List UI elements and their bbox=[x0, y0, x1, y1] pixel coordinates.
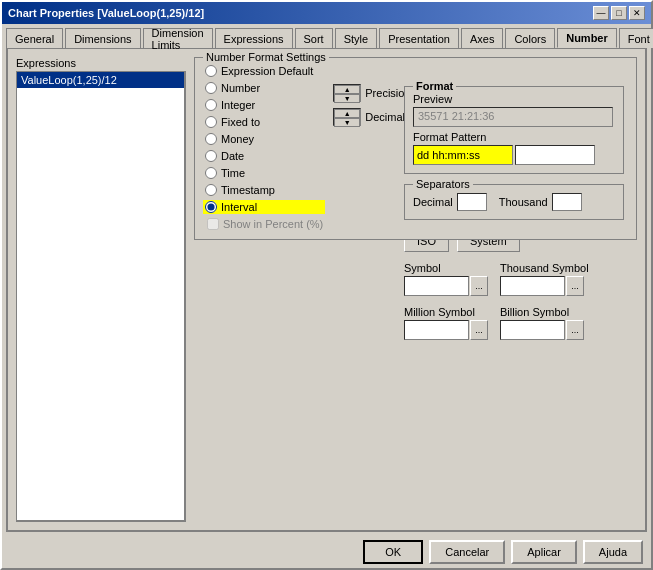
symbol-group: Symbol ... bbox=[404, 262, 488, 296]
symbols-bottom-row: Million Symbol ... Billion Symbol ... bbox=[404, 306, 637, 340]
format-group-title: Format bbox=[413, 80, 456, 92]
maximize-button[interactable]: □ bbox=[611, 6, 627, 20]
billion-symbol-label: Billion Symbol bbox=[500, 306, 584, 318]
separators-group: Separators Decimal Thousand bbox=[404, 184, 624, 220]
preview-label: Preview bbox=[413, 93, 615, 105]
radio-date[interactable]: Date bbox=[203, 149, 325, 163]
main-window: Chart Properties [ValueLoop(1,25)/12] — … bbox=[0, 0, 653, 570]
precision-up-btn[interactable]: ▲ bbox=[334, 85, 360, 94]
settings-panel: Number Format Settings Expression Defaul… bbox=[194, 57, 637, 522]
precision-down-btn[interactable]: ▼ bbox=[334, 94, 360, 103]
precision-row: ▲ ▼ Precision bbox=[333, 84, 410, 102]
decimals-down-btn[interactable]: ▼ bbox=[334, 118, 360, 127]
precision-decimals-col: ▲ ▼ Precision ▲ ▼ Decimals bbox=[333, 64, 410, 231]
million-symbol-label: Million Symbol bbox=[404, 306, 488, 318]
symbol-input[interactable] bbox=[404, 276, 469, 296]
show-percent-checkbox bbox=[207, 218, 219, 230]
radio-expression-default[interactable]: Expression Default bbox=[203, 64, 325, 78]
tab-general[interactable]: General bbox=[6, 28, 63, 48]
tab-dimension-limits[interactable]: Dimension Limits bbox=[143, 28, 213, 48]
thousand-symbol-input-row: ... bbox=[500, 276, 589, 296]
format-group: Format Preview 35571 21:21:36 Format Pat… bbox=[404, 86, 624, 174]
radio-column: Expression Default Number Integer bbox=[203, 64, 325, 231]
expression-item[interactable]: ValueLoop(1,25)/12 bbox=[17, 72, 184, 88]
help-button[interactable]: Ajuda bbox=[583, 540, 643, 564]
decimal-row: Decimal bbox=[413, 193, 487, 211]
radio-input-fixed-to[interactable] bbox=[205, 116, 217, 128]
tab-bar: General Dimensions Dimension Limits Expr… bbox=[2, 24, 651, 48]
title-controls: — □ ✕ bbox=[593, 6, 645, 20]
decimals-spinner[interactable]: ▲ ▼ bbox=[333, 108, 361, 126]
window-title: Chart Properties [ValueLoop(1,25)/12] bbox=[8, 7, 204, 19]
radio-input-date[interactable] bbox=[205, 150, 217, 162]
million-symbol-input[interactable] bbox=[404, 320, 469, 340]
billion-symbol-group: Billion Symbol ... bbox=[500, 306, 584, 340]
tab-font[interactable]: Font bbox=[619, 28, 653, 48]
radio-number[interactable]: Number bbox=[203, 81, 325, 95]
tab-colors[interactable]: Colors bbox=[505, 28, 555, 48]
decimals-row: ▲ ▼ Decimals bbox=[333, 108, 410, 126]
symbol-input-row: ... bbox=[404, 276, 488, 296]
format-pattern-input[interactable] bbox=[413, 145, 513, 165]
million-symbol-group: Million Symbol ... bbox=[404, 306, 488, 340]
radio-interval[interactable]: Interval bbox=[203, 200, 325, 214]
tab-sort[interactable]: Sort bbox=[295, 28, 333, 48]
radio-input-integer[interactable] bbox=[205, 99, 217, 111]
format-pattern-extra[interactable] bbox=[515, 145, 595, 165]
cancel-button[interactable]: Cancelar bbox=[429, 540, 505, 564]
preview-value: 35571 21:21:36 bbox=[413, 107, 613, 127]
radio-timestamp[interactable]: Timestamp bbox=[203, 183, 325, 197]
radio-money[interactable]: Money bbox=[203, 132, 325, 146]
radio-input-expression-default[interactable] bbox=[205, 65, 217, 77]
tab-style[interactable]: Style bbox=[335, 28, 377, 48]
symbols-top-row: Symbol ... Thousand Symbol ... bbox=[404, 262, 637, 296]
expressions-label: Expressions bbox=[16, 57, 186, 69]
decimal-input[interactable] bbox=[457, 193, 487, 211]
minimize-button[interactable]: — bbox=[593, 6, 609, 20]
radio-input-number[interactable] bbox=[205, 82, 217, 94]
radio-fixed-to[interactable]: Fixed to bbox=[203, 115, 325, 129]
right-panel: Format Preview 35571 21:21:36 Format Pat… bbox=[404, 86, 637, 340]
separators-title: Separators bbox=[413, 178, 473, 190]
bottom-buttons: OK Cancelar Aplicar Ajuda bbox=[2, 536, 651, 568]
thousand-symbol-btn[interactable]: ... bbox=[566, 276, 584, 296]
thousand-symbol-label: Thousand Symbol bbox=[500, 262, 589, 274]
radio-input-timestamp[interactable] bbox=[205, 184, 217, 196]
expressions-list[interactable]: ValueLoop(1,25)/12 bbox=[16, 71, 186, 522]
million-symbol-input-row: ... bbox=[404, 320, 488, 340]
thousand-row: Thousand bbox=[499, 193, 582, 211]
decimals-up-btn[interactable]: ▲ bbox=[334, 109, 360, 118]
symbol-btn[interactable]: ... bbox=[470, 276, 488, 296]
tab-axes[interactable]: Axes bbox=[461, 28, 503, 48]
close-button[interactable]: ✕ bbox=[629, 6, 645, 20]
radio-input-interval[interactable] bbox=[205, 201, 217, 213]
content-area: Expressions ValueLoop(1,25)/12 Number Fo… bbox=[6, 48, 647, 532]
tab-number[interactable]: Number bbox=[557, 28, 617, 48]
radio-time[interactable]: Time bbox=[203, 166, 325, 180]
precision-spinner[interactable]: ▲ ▼ bbox=[333, 84, 361, 102]
show-percent-row: Show in Percent (%) bbox=[203, 217, 325, 231]
radio-input-money[interactable] bbox=[205, 133, 217, 145]
thousand-symbol-input[interactable] bbox=[500, 276, 565, 296]
title-bar: Chart Properties [ValueLoop(1,25)/12] — … bbox=[2, 2, 651, 24]
decimal-label: Decimal bbox=[413, 196, 453, 208]
tab-expressions[interactable]: Expressions bbox=[215, 28, 293, 48]
radio-integer[interactable]: Integer bbox=[203, 98, 325, 112]
expressions-panel: Expressions ValueLoop(1,25)/12 bbox=[16, 57, 186, 522]
number-format-title: Number Format Settings bbox=[203, 51, 329, 63]
million-symbol-btn[interactable]: ... bbox=[470, 320, 488, 340]
radio-input-time[interactable] bbox=[205, 167, 217, 179]
ok-button[interactable]: OK bbox=[363, 540, 423, 564]
format-pattern-row bbox=[413, 145, 615, 165]
thousand-label: Thousand bbox=[499, 196, 548, 208]
symbol-label: Symbol bbox=[404, 262, 488, 274]
thousand-input[interactable] bbox=[552, 193, 582, 211]
billion-symbol-input-row: ... bbox=[500, 320, 584, 340]
billion-symbol-btn[interactable]: ... bbox=[566, 320, 584, 340]
thousand-symbol-group: Thousand Symbol ... bbox=[500, 262, 589, 296]
billion-symbol-input[interactable] bbox=[500, 320, 565, 340]
tab-dimensions[interactable]: Dimensions bbox=[65, 28, 140, 48]
pattern-label: Format Pattern bbox=[413, 131, 615, 143]
tab-presentation[interactable]: Presentation bbox=[379, 28, 459, 48]
apply-button[interactable]: Aplicar bbox=[511, 540, 577, 564]
